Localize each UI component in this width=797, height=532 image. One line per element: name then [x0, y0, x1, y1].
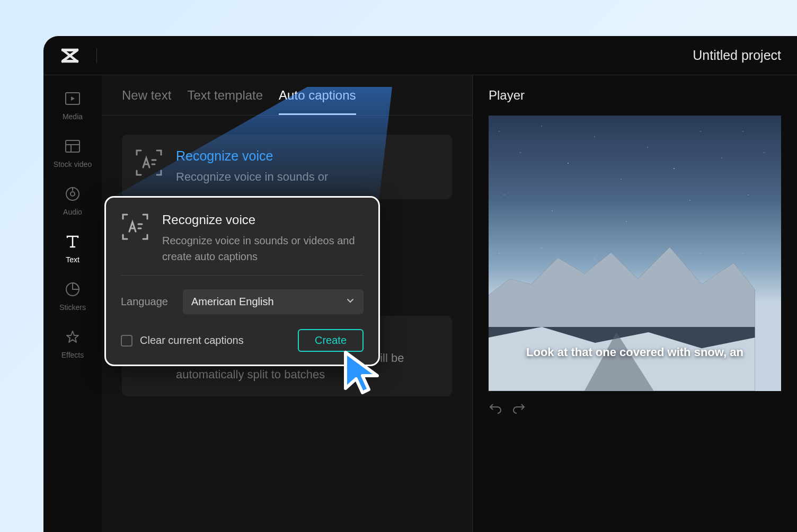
sidebar-label: Stickers	[59, 303, 86, 312]
recognize-voice-popover: Recognize voice Recognize voice in sound…	[104, 196, 380, 366]
stock-video-icon	[64, 138, 81, 155]
auto-caption-icon	[135, 148, 163, 177]
sidebar-item-text[interactable]: Text	[64, 233, 81, 264]
popover-desc: Recognize voice in sounds or videos and …	[162, 233, 364, 264]
caption-text: Look at that one covered with snow, an	[489, 345, 781, 359]
auto-caption-icon	[121, 212, 149, 241]
clear-captions-label: Clear current captions	[140, 334, 244, 347]
card-desc: Recognize voice in sounds or	[176, 169, 328, 185]
effects-icon	[64, 329, 81, 345]
undo-icon[interactable]	[489, 401, 502, 417]
player-label: Player	[489, 88, 781, 103]
svg-marker-5	[71, 96, 75, 101]
recognize-voice-card[interactable]: Recognize voice Recognize voice in sound…	[122, 135, 452, 199]
svg-rect-6	[66, 140, 79, 152]
card-title: Recognize voice	[176, 148, 328, 164]
app-logo-icon	[59, 45, 81, 66]
sidebar-label: Media	[63, 112, 83, 121]
text-icon	[64, 233, 81, 250]
stickers-icon	[64, 281, 81, 298]
audio-icon	[64, 185, 81, 202]
sidebar: Media Stock video Audio Text	[43, 75, 102, 532]
redo-icon[interactable]	[512, 401, 526, 417]
sidebar-item-media[interactable]: Media	[63, 90, 83, 121]
cursor-pointer-icon	[339, 347, 387, 402]
titlebar-divider	[96, 48, 97, 63]
titlebar: Untitled project	[43, 36, 797, 75]
player-controls	[489, 401, 781, 418]
sidebar-item-stock-video[interactable]: Stock video	[54, 138, 92, 169]
language-value: American English	[191, 296, 274, 308]
player-panel: Player Look at that one covered with sno…	[473, 75, 797, 532]
sidebar-label: Stock video	[54, 160, 92, 169]
sidebar-item-audio[interactable]: Audio	[63, 185, 82, 216]
chevron-down-icon	[346, 296, 355, 308]
language-label: Language	[121, 296, 168, 308]
svg-point-10	[70, 192, 75, 196]
sidebar-item-stickers[interactable]: Stickers	[59, 281, 86, 312]
project-title: Untitled project	[693, 48, 781, 63]
language-select[interactable]: American English	[183, 289, 364, 314]
player-preview[interactable]: Look at that one covered with snow, an	[489, 116, 781, 391]
popover-title: Recognize voice	[162, 212, 364, 227]
sidebar-label: Effects	[61, 351, 84, 359]
tab-text-template[interactable]: Text template	[187, 88, 263, 115]
sidebar-label: Text	[66, 255, 79, 264]
clear-captions-checkbox[interactable]	[121, 335, 132, 347]
sidebar-item-effects[interactable]: Effects	[61, 329, 84, 359]
sidebar-label: Audio	[63, 208, 82, 216]
tab-new-text[interactable]: New text	[122, 88, 171, 115]
tabs: New text Text template Auto captions	[102, 75, 472, 116]
media-icon	[64, 90, 81, 107]
tab-auto-captions[interactable]: Auto captions	[279, 88, 356, 115]
